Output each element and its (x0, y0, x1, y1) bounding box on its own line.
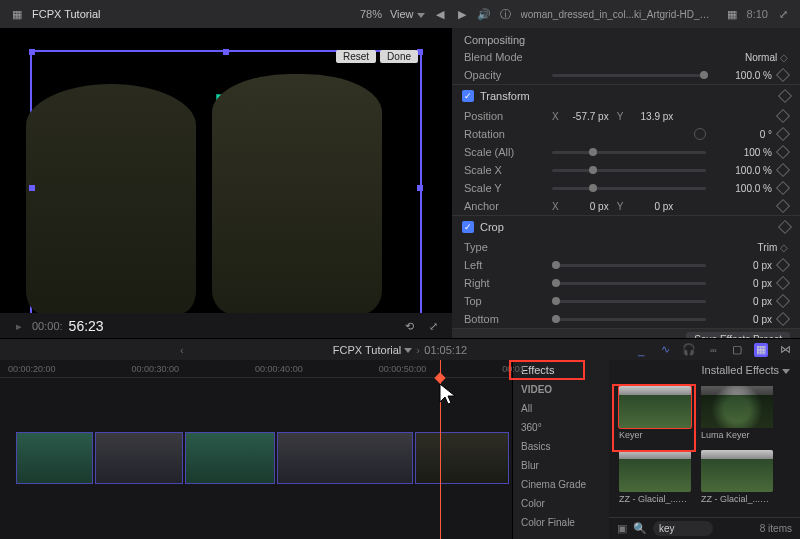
handle-top-left[interactable] (29, 49, 35, 55)
keyframe-icon[interactable] (776, 294, 790, 308)
keyframe-icon[interactable] (776, 109, 790, 123)
effects-category[interactable]: All (513, 399, 609, 418)
crop-bottom-slider[interactable] (552, 318, 706, 321)
effects-category[interactable]: Cinema Grade (513, 475, 609, 494)
crop-type-value[interactable]: Trim ◇ (728, 242, 788, 253)
crop-left-value[interactable]: 0 px (712, 260, 772, 271)
crop-top-slider[interactable] (552, 300, 706, 303)
loop-icon[interactable]: ⟲ (402, 319, 416, 333)
handle-right-mid[interactable] (417, 185, 423, 191)
info-icon[interactable]: ⓘ (499, 7, 513, 21)
timeline-clip[interactable]: Studio_Chroma_Actress... (95, 432, 183, 484)
scale-all-slider[interactable] (552, 151, 706, 154)
position-x[interactable]: -57.7 px (567, 111, 609, 122)
anchor-label: Anchor (464, 200, 546, 212)
fullscreen-icon[interactable]: ⤢ (426, 319, 440, 333)
opacity-value[interactable]: 100.0 % (712, 70, 772, 81)
filter-icon[interactable]: ▣ (617, 522, 627, 535)
timeline-clip[interactable]: soldiers_looking_at_computer_screen_in..… (415, 432, 509, 484)
transform-bounding-box[interactable] (30, 50, 422, 326)
done-button[interactable]: Done (380, 50, 418, 63)
keyframe-icon[interactable] (776, 312, 790, 326)
crop-right-slider[interactable] (552, 282, 706, 285)
keyframe-icon[interactable] (776, 181, 790, 195)
effects-browser: Effects VIDEO All360°BasicsBlurCinema Gr… (512, 360, 800, 539)
scale-x-value[interactable]: 100.0 % (712, 165, 772, 176)
crop-right-label: Right (464, 277, 546, 289)
grid-icon[interactable]: ▦ (725, 7, 739, 21)
timeline[interactable]: 00:00:20:0000:00:30:0000:00:40:0000:00:5… (0, 360, 512, 539)
effect-item[interactable]: Luma Keyer (701, 386, 773, 440)
zoom-level[interactable]: 78% (360, 8, 382, 20)
solo-icon[interactable]: 🎧 (682, 343, 696, 357)
effect-item[interactable]: ZZ - Glacial_...ws_key (701, 450, 773, 504)
crop-left-slider[interactable] (552, 264, 706, 267)
audio-skim-icon[interactable]: ∿ (658, 343, 672, 357)
transitions-icon[interactable]: ⋈ (778, 343, 792, 357)
crop-bottom-value[interactable]: 0 px (712, 314, 772, 325)
effects-category[interactable]: 360° (513, 418, 609, 437)
section-compositing: Compositing (452, 28, 800, 48)
viewer-canvas[interactable]: Reset Done ▸ 00:00:56:23 ⟲ ⤢ (0, 28, 452, 338)
effects-category[interactable]: Blur (513, 456, 609, 475)
position-y[interactable]: 13.9 px (631, 111, 673, 122)
timecode-large: 56:23 (69, 318, 104, 334)
scale-all-value[interactable]: 100 % (712, 147, 772, 158)
back-icon[interactable]: ◀ (433, 7, 447, 21)
snap-icon[interactable]: ⎓ (706, 343, 720, 357)
effect-item[interactable]: ZZ - Glacial_...ws_key (619, 450, 691, 504)
scale-y-value[interactable]: 100.0 % (712, 183, 772, 194)
rotation-value[interactable]: 0 ° (712, 129, 772, 140)
blend-mode-value[interactable]: Normal ◇ (728, 52, 788, 63)
crop-checkbox[interactable]: ✓ (462, 221, 474, 233)
prev-edit-icon[interactable]: ‹ (180, 344, 184, 356)
effect-thumbnail[interactable] (619, 450, 691, 492)
effects-search-input[interactable] (653, 521, 713, 536)
effect-thumbnail[interactable] (619, 386, 691, 428)
effect-item[interactable]: Keyer (619, 386, 691, 440)
handle-top-mid[interactable] (223, 49, 229, 55)
effect-thumbnail[interactable] (701, 450, 773, 492)
library-icon[interactable]: ▢ (730, 343, 744, 357)
next-edit-icon[interactable]: › (416, 344, 420, 356)
keyframe-icon[interactable] (776, 258, 790, 272)
keyframe-icon[interactable] (776, 199, 790, 213)
expand-icon[interactable]: ⤢ (776, 7, 790, 21)
reset-button[interactable]: Reset (336, 50, 376, 63)
transform-checkbox[interactable]: ✓ (462, 90, 474, 102)
keyframe-icon[interactable] (776, 145, 790, 159)
audio-icon[interactable]: 🔊 (477, 7, 491, 21)
library-icon[interactable]: ▦ (10, 7, 24, 21)
timeline-clip[interactable]: hborhood-802074_1920 (16, 432, 93, 484)
skimming-icon[interactable]: ⎯ (634, 343, 648, 357)
keyframe-icon[interactable] (776, 276, 790, 290)
blend-mode-label: Blend Mode (464, 51, 546, 63)
timeline-clip[interactable]: woman_dressed_in_colorfu... (277, 432, 413, 484)
effects-category[interactable]: Basics (513, 437, 609, 456)
crop-reset-icon[interactable] (778, 220, 792, 234)
effects-count: 8 items (760, 523, 792, 534)
effects-browser-icon[interactable]: ▦ (754, 343, 768, 357)
play-arrow-icon[interactable]: ▶ (455, 7, 469, 21)
rotation-dial-icon[interactable] (694, 128, 706, 140)
scale-x-slider[interactable] (552, 169, 706, 172)
timeline-clip[interactable]: paris-3193674_1920 (185, 432, 275, 484)
handle-left-mid[interactable] (29, 185, 35, 191)
play-icon[interactable]: ▸ (12, 319, 26, 333)
scale-y-slider[interactable] (552, 187, 706, 190)
effect-thumbnail[interactable] (701, 386, 773, 428)
transform-reset-icon[interactable] (778, 89, 792, 103)
view-menu[interactable]: View (390, 8, 425, 20)
effects-category[interactable]: Color (513, 494, 609, 513)
anchor-y[interactable]: 0 px (631, 201, 673, 212)
keyframe-icon[interactable] (776, 68, 790, 82)
crop-right-value[interactable]: 0 px (712, 278, 772, 289)
installed-effects-dropdown[interactable]: Installed Effects (702, 364, 790, 376)
keyframe-icon[interactable] (776, 163, 790, 177)
opacity-slider[interactable] (552, 74, 706, 77)
project-name[interactable]: FCPX Tutorial (333, 344, 412, 356)
effects-category[interactable]: Color Finale (513, 513, 609, 532)
crop-top-value[interactable]: 0 px (712, 296, 772, 307)
anchor-x[interactable]: 0 px (567, 201, 609, 212)
keyframe-icon[interactable] (776, 127, 790, 141)
